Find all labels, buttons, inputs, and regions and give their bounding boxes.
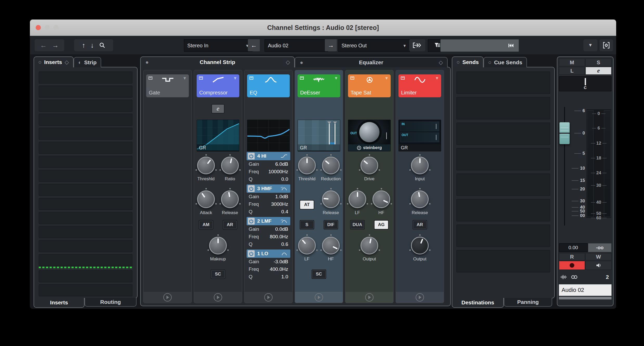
insert-slot[interactable] <box>39 184 132 196</box>
bypass-icon[interactable] <box>401 76 405 80</box>
record-enable-button[interactable] <box>559 261 585 270</box>
eq-band-4-gain[interactable]: Gain6.0dB <box>247 160 290 168</box>
deesser-reduction-knob[interactable] <box>322 157 340 174</box>
chevron-down-icon[interactable]: ▼ <box>233 76 237 81</box>
preset-name-field[interactable] <box>440 39 519 52</box>
eq-band-2-freq[interactable]: Freq800.0Hz <box>247 233 290 240</box>
deesser-release-knob[interactable] <box>322 190 340 208</box>
minimize-button[interactable] <box>44 25 50 30</box>
bypass-icon[interactable] <box>350 76 355 80</box>
insert-slot[interactable] <box>39 240 132 252</box>
bypass-icon[interactable] <box>148 76 153 80</box>
read-automation-button[interactable]: R <box>559 253 585 260</box>
play-icon[interactable] <box>315 293 323 302</box>
deesser-threshold-knob[interactable] <box>298 157 316 174</box>
tab-inserts[interactable]: ○ Inserts ◇ <box>34 56 74 67</box>
auto-makeup-button[interactable]: AM <box>199 221 213 229</box>
eq-band-4-freq[interactable]: Freq10000Hz <box>247 168 290 175</box>
insert-slot[interactable] <box>39 72 132 84</box>
bypass-icon[interactable] <box>300 76 304 80</box>
chevron-down-icon[interactable]: ▼ <box>384 76 389 81</box>
listen-button[interactable]: L <box>559 67 585 75</box>
power-icon[interactable] <box>248 185 255 192</box>
send-slot[interactable] <box>456 97 550 119</box>
power-icon[interactable] <box>248 153 255 159</box>
release-knob[interactable] <box>221 190 239 208</box>
drive-knob[interactable] <box>360 157 378 174</box>
auto-threshold-button[interactable]: AT <box>300 201 314 209</box>
makeup-knob[interactable] <box>209 237 227 254</box>
limiter-header[interactable]: ▼ Limiter <box>398 74 441 97</box>
insert-slot[interactable] <box>39 114 132 126</box>
send-slot[interactable] <box>456 225 550 247</box>
edit-channel-button[interactable]: e <box>585 67 611 75</box>
eq-band-1-gain[interactable]: Gain-3.0dB <box>247 258 290 265</box>
peak-level-field[interactable]: -oo <box>588 243 611 252</box>
send-slot[interactable] <box>456 174 550 196</box>
insert-slot[interactable] <box>39 254 132 266</box>
play-icon[interactable] <box>214 293 222 302</box>
eq-header[interactable]: EQ <box>247 74 290 97</box>
next-channel-button[interactable]: ↓ <box>91 41 94 49</box>
insert-slot-post[interactable] <box>39 284 132 296</box>
tab-sends[interactable]: ○ Sends <box>452 56 484 67</box>
insert-slot[interactable] <box>39 212 132 224</box>
send-slot[interactable] <box>456 72 550 94</box>
insert-slot[interactable] <box>39 86 132 98</box>
solo-sibilance-button[interactable]: S <box>300 221 314 229</box>
setup-window-button[interactable] <box>600 39 613 51</box>
insert-slot[interactable] <box>39 128 132 140</box>
send-slot[interactable] <box>456 123 550 145</box>
tape-hf-knob[interactable] <box>372 190 390 208</box>
tab-panning[interactable]: Panning <box>504 298 552 307</box>
input-routing-select[interactable]: Stereo In ▼ <box>184 39 253 52</box>
insert-slot[interactable] <box>39 142 132 154</box>
solo-button[interactable]: S <box>585 59 611 66</box>
channel-name-field[interactable]: Audio 02 <box>265 39 328 52</box>
eq-band-1-q[interactable]: Q1.0 <box>247 273 290 280</box>
fader-handle[interactable] <box>559 122 570 144</box>
sidechain-button[interactable]: SC <box>211 270 225 278</box>
peak-icon[interactable] <box>280 219 289 223</box>
skip-back-icon[interactable] <box>508 43 516 48</box>
eq-band-4-header[interactable]: 4 HI <box>247 152 290 160</box>
tab-channel-strip[interactable]: ● Channel Strip ◇ <box>140 56 295 67</box>
go-output-button[interactable]: → <box>325 39 337 51</box>
auto-release-button[interactable]: AR <box>413 221 427 229</box>
hi-shelf-icon[interactable] <box>280 154 289 158</box>
insert-slot[interactable] <box>39 100 132 112</box>
eq-band-4-q[interactable]: Q0.0 <box>247 175 290 183</box>
play-icon[interactable] <box>416 293 424 302</box>
chevron-down-icon[interactable]: ▼ <box>183 76 187 81</box>
send-slot[interactable] <box>456 199 550 221</box>
eq-band-2-gain[interactable]: Gain0.0dB <box>247 225 290 233</box>
send-slot[interactable] <box>456 148 550 170</box>
go-input-button[interactable]: ← <box>248 39 260 51</box>
eq-band-3-header[interactable]: 3 HMF <box>247 184 290 193</box>
mute-button[interactable]: M <box>559 59 585 66</box>
threshold-knob[interactable] <box>197 157 215 174</box>
functions-menu-button[interactable]: ▼ <box>583 39 597 51</box>
sidechain-button[interactable]: SC <box>312 270 326 278</box>
back-button[interactable]: ← <box>40 41 47 49</box>
output-chain-button[interactable] <box>409 39 425 51</box>
write-automation-button[interactable]: W <box>585 253 611 260</box>
limiter-release-knob[interactable] <box>411 190 429 208</box>
compressor-header[interactable]: ▼ Compressor <box>197 74 239 97</box>
eq-band-2-header[interactable]: 2 LMF <box>247 217 290 225</box>
tab-routing[interactable]: Routing <box>85 298 137 307</box>
limiter-input-knob[interactable] <box>411 157 429 174</box>
pre-post-fader-divider[interactable] <box>39 267 132 268</box>
eq-band-1-header[interactable]: 1 LO <box>247 249 290 258</box>
peak-icon[interactable] <box>280 187 289 191</box>
tab-cue-sends[interactable]: ○ Cue Sends <box>484 57 527 67</box>
channel-name-box[interactable]: Audio 02 <box>559 284 611 296</box>
auto-gain-button[interactable]: AG <box>375 221 388 229</box>
ratio-knob[interactable] <box>221 157 239 174</box>
tape-lf-knob[interactable] <box>349 190 366 208</box>
chevron-down-icon[interactable]: ▼ <box>334 76 338 81</box>
insert-slot[interactable] <box>39 156 132 168</box>
compressor-edit-button[interactable]: e <box>211 104 224 113</box>
tab-equalizer[interactable]: ● Equalizer ◇ <box>295 57 448 67</box>
eq-band-2-q[interactable]: Q0.6 <box>247 240 290 248</box>
